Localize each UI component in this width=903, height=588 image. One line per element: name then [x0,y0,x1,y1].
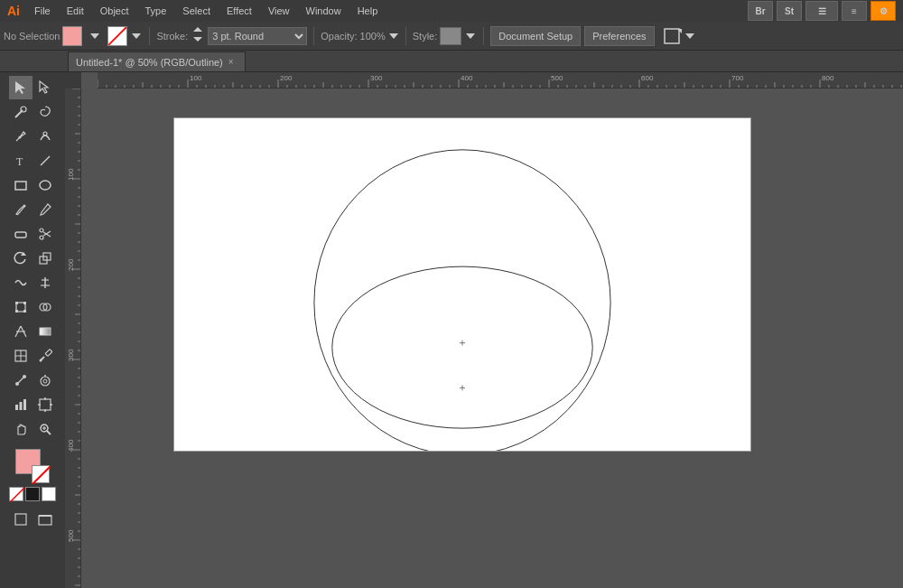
menu-effect[interactable]: Effect [221,4,257,18]
search-icon[interactable]: ⚙ [870,1,896,21]
left-toolbar: T [0,72,65,588]
menu-type[interactable]: Type [140,4,172,18]
bridge-icon[interactable]: Br [748,1,773,21]
main-area: T [0,72,903,588]
tool-row-10 [9,295,57,319]
svg-rect-69 [39,516,51,525]
document-setup-button[interactable]: Document Setup [490,26,581,46]
free-transform-tool[interactable] [9,295,33,319]
gradient-tool[interactable] [33,320,57,343]
eraser-tool[interactable] [9,222,33,246]
style-dropdown-arrow[interactable] [464,26,477,46]
magic-wand-tool[interactable] [9,100,33,124]
stroke-group: Stroke: 3 pt. Round [156,26,307,46]
svg-rect-35 [23,310,26,313]
type-tool[interactable]: T [9,149,33,173]
canvas-area[interactable] [65,72,903,588]
app-logo: Ai [7,4,20,18]
svg-point-72 [332,266,592,428]
svg-marker-11 [40,81,48,93]
menu-edit[interactable]: Edit [61,4,89,18]
blend-tool[interactable] [9,369,33,392]
stroke-dropdown-arrow[interactable] [130,26,143,46]
svg-rect-45 [45,350,52,357]
toolbar-extra-icon[interactable] [662,26,682,46]
rotate-tool[interactable] [9,247,33,270]
svg-point-14 [18,136,21,139]
svg-line-24 [43,232,51,237]
pencil-tool[interactable] [33,198,57,221]
svg-rect-34 [15,310,18,313]
width-tool[interactable] [33,271,57,294]
hand-tool[interactable] [9,417,33,441]
lasso-tool[interactable] [33,100,57,124]
tool-row-13 [9,369,57,392]
fill-dropdown-arrow[interactable] [85,26,105,46]
shape-builder-tool[interactable] [33,295,57,319]
svg-point-51 [41,377,50,386]
fill-color-swatch[interactable] [62,26,82,46]
tool-row-7 [9,222,57,246]
stroke-swatch[interactable] [32,465,50,483]
stroke-profile-select[interactable]: 3 pt. Round [208,27,307,45]
paintbrush-tool[interactable] [9,198,33,221]
toolbar-extra-dropdown[interactable] [684,26,696,46]
white-swatch[interactable] [42,487,56,501]
mesh-tool[interactable] [9,344,33,368]
preferences-button[interactable]: Preferences [584,26,654,46]
menu-object[interactable]: Object [95,4,135,18]
rectangle-tool[interactable] [9,173,33,197]
screen-mode-button[interactable] [9,508,33,531]
vertical-ruler-canvas [65,89,81,588]
tab-title: Untitled-1* @ 50% (RGB/Outline) [76,57,223,68]
selection-label: No Selection [4,31,60,42]
tabbar: Untitled-1* @ 50% (RGB/Outline) × [0,51,903,72]
workspace-icon[interactable]: ☰ [805,1,838,21]
tab-close-button[interactable]: × [228,57,234,67]
document-tab[interactable]: Untitled-1* @ 50% (RGB/Outline) × [68,51,246,71]
svg-rect-57 [40,399,51,410]
svg-line-23 [43,231,51,236]
bar-graph-tool[interactable] [9,393,33,416]
stroke-label: Stroke: [156,31,188,42]
symbol-sprayer-tool[interactable] [33,369,57,392]
ellipse-tool[interactable] [33,173,57,197]
svg-point-47 [39,359,42,362]
eyedropper-tool[interactable] [33,344,57,368]
menu-view[interactable]: View [263,4,295,18]
menu-help[interactable]: Help [352,4,384,18]
black-swatch[interactable] [25,487,40,501]
scale-tool[interactable] [33,247,57,270]
stroke-color-swatch[interactable] [107,26,127,46]
scissors-tool[interactable] [33,222,57,246]
warp-tool[interactable] [9,271,33,294]
style-group: Style: [413,26,478,46]
svg-line-1 [108,27,126,45]
workspace-switcher[interactable]: ≡ [842,1,867,21]
line-tool[interactable] [33,149,57,173]
sep1 [149,27,150,45]
selection-tool[interactable] [9,76,33,99]
svg-marker-0 [90,33,99,39]
perspective-grid-tool[interactable] [9,320,33,343]
menu-window[interactable]: Window [301,4,347,18]
svg-point-21 [40,236,43,239]
menu-select[interactable]: Select [177,4,216,18]
svg-rect-7 [665,29,679,43]
ruler-corner [65,72,81,89]
direct-selection-tool[interactable] [33,76,57,99]
svg-marker-2 [132,33,141,39]
artboard-tool[interactable] [33,393,57,416]
none-swatch[interactable] [9,487,23,501]
stock-icon[interactable]: St [777,1,802,21]
zoom-tool[interactable] [33,417,57,441]
menu-file[interactable]: File [29,4,56,18]
stroke-up-down[interactable] [191,26,205,46]
style-swatch[interactable] [440,27,461,45]
opacity-expand-icon[interactable] [388,26,399,46]
pen-tool[interactable] [9,125,33,148]
change-screen-mode[interactable] [33,508,57,531]
svg-line-67 [10,488,24,502]
curvature-tool[interactable] [33,125,57,148]
tool-row-3 [9,125,57,148]
